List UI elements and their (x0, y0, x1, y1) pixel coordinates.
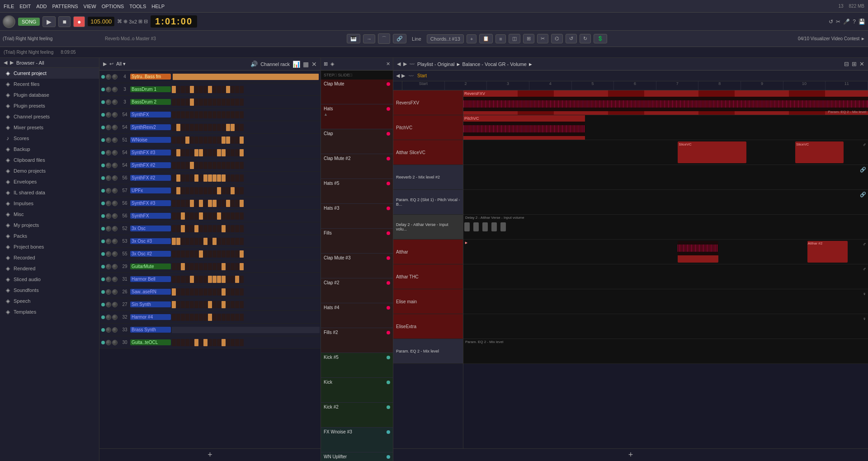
ch-knob2[interactable] (112, 239, 118, 244)
mixer-channel-clap2[interactable]: Clap Mute #2 (321, 154, 393, 179)
ch-name[interactable]: BassDrum 2 (130, 99, 171, 105)
menu-edit[interactable]: EDIT (19, 4, 31, 9)
step-pad[interactable] (190, 99, 194, 106)
step-pad[interactable] (172, 276, 176, 283)
sidebar-item-envelopes[interactable]: ◈ Envelopes (0, 176, 99, 187)
step-pad[interactable] (231, 162, 235, 169)
fl-logo[interactable] (3, 15, 15, 28)
step-pad[interactable] (199, 124, 203, 131)
step-pad[interactable] (217, 339, 221, 346)
step-pad[interactable] (226, 212, 230, 220)
step-pad[interactable] (203, 263, 208, 270)
step-pad[interactable] (203, 339, 208, 346)
sidebar-item-sliced-audio[interactable]: ◈ Sliced audio (0, 274, 99, 285)
sidebar-item-plugin-database[interactable]: ◈ Plugin database (0, 89, 99, 100)
ch-knob[interactable] (106, 87, 111, 92)
step-pad[interactable] (199, 99, 203, 106)
step-pad[interactable] (185, 111, 189, 118)
mixer-channel-kick5[interactable]: Kick #5 (321, 353, 393, 378)
step-pad[interactable] (176, 288, 180, 296)
step-pad[interactable] (222, 99, 226, 106)
sidebar-item-misc[interactable]: ◈ Misc (0, 209, 99, 220)
step-pad[interactable] (212, 288, 217, 296)
step-pad[interactable] (231, 124, 235, 131)
step-pad[interactable] (231, 212, 235, 220)
mixer-channel-fx3[interactable]: FX Wnoise #3 (321, 428, 393, 452)
ch-knob[interactable] (106, 251, 111, 257)
step-pad[interactable] (208, 212, 212, 220)
step-pad[interactable] (208, 200, 212, 207)
ch-knob2[interactable] (112, 302, 118, 307)
ch-knob[interactable] (106, 289, 111, 295)
step-pad[interactable] (194, 263, 198, 270)
step-pad[interactable] (181, 136, 185, 144)
step-pad[interactable] (194, 86, 198, 93)
step-pad[interactable] (212, 250, 217, 258)
song-button[interactable]: SONG (18, 18, 40, 26)
pl-resize-btn[interactable]: ⊟ (844, 61, 849, 67)
step-pad[interactable] (194, 200, 198, 207)
ch-knob2[interactable] (112, 188, 118, 193)
step-pad[interactable] (212, 238, 217, 245)
ch-knob[interactable] (106, 264, 111, 269)
sidebar-item-project-bones[interactable]: ◈ Project bones (0, 241, 99, 252)
step-pad[interactable] (208, 187, 212, 194)
step-pad[interactable] (194, 314, 198, 321)
ch-green-btn[interactable] (101, 113, 105, 117)
step-pad[interactable] (212, 149, 217, 156)
step-pad[interactable] (208, 238, 212, 245)
step-pad[interactable] (194, 149, 198, 156)
step-pad[interactable] (194, 301, 198, 308)
step-pad[interactable] (203, 200, 208, 207)
ch-knob2[interactable] (112, 163, 118, 168)
cr-volume-icon[interactable]: 🔊 (250, 61, 258, 67)
step-pad[interactable] (181, 212, 185, 220)
step-pad[interactable] (208, 314, 212, 321)
step-pad[interactable] (176, 124, 180, 131)
step-pad[interactable] (199, 200, 203, 207)
mixer-channel-hats4[interactable]: Hats #4 (321, 303, 393, 328)
step-pad[interactable] (190, 149, 194, 156)
step-pad[interactable] (190, 124, 194, 131)
step-pad[interactable] (181, 301, 185, 308)
step-pad[interactable] (235, 250, 239, 258)
step-pad[interactable] (208, 124, 212, 131)
step-pad[interactable] (217, 263, 221, 270)
ch-green-btn[interactable] (101, 290, 105, 294)
step-pad[interactable] (190, 200, 194, 207)
step-pad[interactable] (194, 225, 198, 232)
sidebar-item-plugin-presets[interactable]: ◈ Plugin presets (0, 100, 99, 111)
step-pad[interactable] (217, 111, 221, 118)
step-pad[interactable] (217, 162, 221, 169)
step-pad[interactable] (226, 200, 230, 207)
menu-patterns[interactable]: PATTERNS (52, 4, 78, 9)
ch-knob[interactable] (106, 239, 111, 244)
sidebar-item-packs[interactable]: ◈ Packs (0, 230, 99, 241)
step-pad[interactable] (181, 238, 185, 245)
step-pad[interactable] (185, 149, 189, 156)
step-pad[interactable] (185, 212, 189, 220)
step-pad[interactable] (199, 288, 203, 296)
ch-name[interactable]: SynthFX #3 (130, 200, 171, 206)
step-pad[interactable] (181, 288, 185, 296)
step-pad[interactable] (217, 250, 221, 258)
step-pad[interactable] (172, 124, 176, 131)
step-pad[interactable] (231, 314, 235, 321)
ch-green-btn[interactable] (101, 328, 105, 332)
cr-filter[interactable]: All ▾ (116, 61, 126, 67)
step-pad[interactable] (208, 263, 212, 270)
step-pad[interactable] (226, 86, 230, 93)
step-pad[interactable] (172, 99, 176, 106)
step-pad[interactable] (172, 86, 176, 93)
step-pad[interactable] (172, 263, 176, 270)
ch-green-btn[interactable] (101, 278, 105, 281)
pl-fwd-btn[interactable]: ▶ (403, 61, 407, 67)
step-pad[interactable] (212, 200, 217, 207)
sidebar-item-impulses[interactable]: ◈ Impulses (0, 198, 99, 209)
step-pad[interactable] (231, 187, 235, 194)
step-pad[interactable] (176, 86, 180, 93)
refresh-icon[interactable]: ↺ (829, 19, 833, 25)
ch-knob2[interactable] (112, 264, 118, 269)
step-pad[interactable] (226, 314, 230, 321)
step-pad[interactable] (172, 314, 176, 321)
